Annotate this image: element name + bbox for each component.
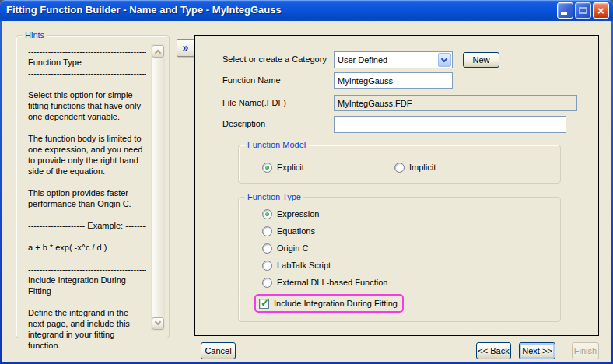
minimize-icon: [561, 12, 567, 15]
scroll-up-button[interactable]: [152, 45, 164, 58]
radio-label: Implicit: [409, 163, 436, 172]
hints-paragraph: Select this option for simple fitting fu…: [28, 89, 146, 122]
minimize-button[interactable]: [557, 2, 573, 19]
radio-implicit[interactable]: Implicit: [394, 161, 436, 173]
maximize-icon: [579, 7, 587, 14]
titlebar[interactable]: Fitting Function Builder - Name and Type…: [0, 0, 613, 21]
radio-equations[interactable]: Equations: [262, 225, 315, 237]
hints-heading: Function Type: [28, 57, 146, 68]
dialog-client-area: Hints ----------------------------------…: [2, 21, 611, 362]
chevron-down-icon: [441, 56, 447, 62]
radio-label: Origin C: [277, 243, 308, 253]
radio-external-dll[interactable]: External DLL-based Function: [262, 276, 387, 289]
hints-separator: ----------------------------------------…: [28, 46, 146, 57]
file-name-label: File Name(.FDF): [222, 98, 286, 107]
function-name-input[interactable]: [334, 72, 453, 89]
radio-explicit[interactable]: Explicit: [262, 161, 304, 173]
radio-icon: [262, 209, 272, 219]
checkbox-label: Include Integration During Fitting: [274, 299, 398, 308]
scroll-down-button[interactable]: [152, 317, 164, 330]
hints-heading: Include Integration During Fitting: [28, 275, 146, 296]
radio-icon: [262, 163, 272, 173]
maximize-button[interactable]: [575, 2, 591, 19]
next-button[interactable]: Next >>: [519, 342, 555, 359]
hints-example-code: a + b * exp( -x^c / d ): [28, 242, 146, 253]
radio-icon: [262, 278, 272, 288]
new-category-button[interactable]: New: [463, 52, 499, 68]
hints-paragraph: Define the integrand in the next page, a…: [28, 307, 146, 351]
hints-separator: ----------------------------------------…: [28, 68, 146, 79]
function-model-group: Function Model Explicit Implicit: [238, 145, 561, 184]
close-button[interactable]: ×: [593, 2, 609, 19]
radio-label: Explicit: [277, 163, 304, 172]
hints-paragraph: The function body is limited to one expr…: [28, 133, 146, 177]
radio-icon: [262, 261, 272, 271]
hints-panel: Hints ----------------------------------…: [16, 35, 170, 338]
radio-icon: [262, 226, 272, 236]
hints-example-heading: -------------------- Example: ----------…: [28, 220, 146, 231]
radio-labtalk-script[interactable]: LabTalk Script: [262, 259, 331, 271]
hints-scrollbar[interactable]: [151, 44, 165, 331]
close-icon: ×: [594, 3, 608, 18]
radio-label: External DLL-based Function: [277, 278, 387, 287]
function-model-title: Function Model: [245, 140, 308, 149]
window-title: Fitting Function Builder - Name and Type…: [6, 4, 282, 16]
radio-expression[interactable]: Expression: [262, 208, 319, 220]
radio-label: Equations: [277, 226, 315, 236]
integration-highlight: Include Integration During Fitting: [254, 294, 404, 313]
category-label: Select or create a Category: [222, 54, 327, 64]
hints-text: ----------------------------------------…: [28, 46, 146, 351]
hints-separator: ----------------------------------------…: [28, 296, 146, 307]
radio-label: Expression: [277, 209, 319, 219]
radio-icon: [262, 243, 272, 254]
main-panel: Select or create a Category User Defined…: [194, 35, 599, 336]
dialog-window: Fitting Function Builder - Name and Type…: [0, 0, 613, 364]
function-type-title: Function Type: [245, 192, 303, 201]
description-label: Description: [222, 119, 265, 128]
category-selected-value: User Defined: [338, 55, 387, 65]
cancel-button[interactable]: Cancel: [201, 342, 236, 359]
back-button[interactable]: << Back: [476, 342, 511, 359]
collapse-hints-button[interactable]: »: [177, 39, 194, 57]
description-input[interactable]: [334, 116, 566, 133]
chevron-up-icon: [155, 50, 161, 56]
hints-paragraph: This option provides faster performance …: [28, 187, 146, 209]
integration-checkbox[interactable]: Include Integration During Fitting: [259, 297, 398, 310]
radio-label: LabTalk Script: [277, 261, 331, 270]
radio-icon: [394, 163, 405, 173]
function-type-group: Function Type Expression Equations Origi…: [238, 197, 561, 322]
finish-button[interactable]: Finish: [572, 342, 599, 359]
radio-origin-c[interactable]: Origin C: [262, 242, 308, 254]
category-select[interactable]: User Defined: [334, 51, 453, 68]
titlebar-buttons: ×: [557, 2, 609, 19]
checkbox-icon: [259, 299, 269, 309]
function-name-label: Function Name: [222, 75, 281, 85]
file-name-input: [334, 95, 577, 111]
hints-panel-title: Hints: [23, 30, 47, 40]
hints-separator: ----------------------------------------…: [28, 264, 146, 275]
category-dropdown-button[interactable]: [438, 53, 451, 67]
chevron-down-icon: [155, 319, 161, 325]
